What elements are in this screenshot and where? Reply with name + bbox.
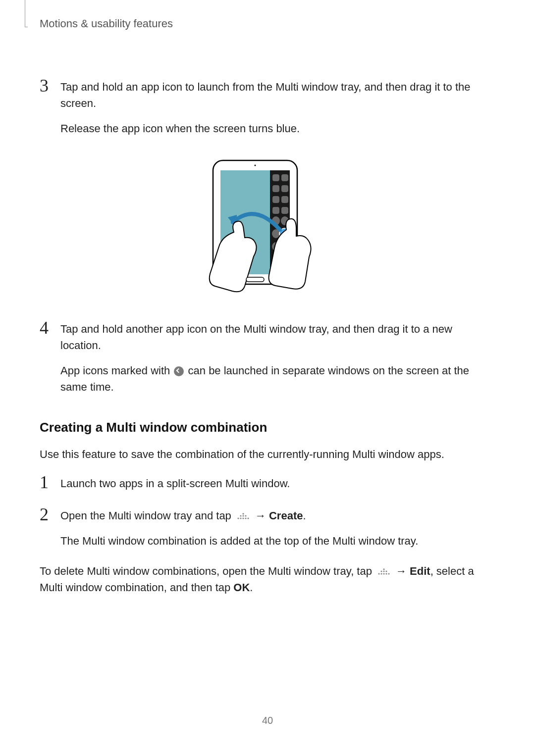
svg-point-23 [240, 515, 241, 517]
create-label: Create [269, 509, 303, 522]
section-intro: Use this feature to save the combination… [40, 446, 495, 462]
svg-point-37 [385, 571, 387, 572]
svg-rect-11 [281, 207, 288, 214]
step-body: Open the Multi window tray and tap →Crea… [60, 505, 495, 558]
step-3: 3 Tap and hold an app icon to launch fro… [40, 77, 495, 146]
arrow-icon: → [396, 565, 407, 577]
svg-point-27 [245, 518, 246, 519]
svg-point-34 [383, 571, 384, 572]
svg-point-32 [380, 571, 382, 572]
header-title: Motions & usability features [40, 17, 495, 30]
page-number: 40 [0, 715, 535, 726]
text-fragment: . [250, 581, 253, 594]
svg-point-22 [240, 518, 241, 519]
svg-point-35 [383, 568, 384, 570]
step-body: Tap and hold another app icon on the Mul… [60, 319, 495, 404]
tray-dots-icon [236, 513, 250, 520]
svg-rect-7 [281, 185, 288, 192]
ok-label: OK [233, 581, 250, 594]
text-fragment: To delete Multi window combinations, ope… [40, 565, 375, 577]
svg-point-25 [242, 515, 244, 517]
svg-point-1 [255, 165, 256, 166]
arrow-icon: → [255, 509, 266, 522]
svg-point-31 [380, 573, 382, 575]
step-4-para2: App icons marked with can be launched in… [60, 362, 495, 395]
header-corner-mark [25, 0, 28, 27]
section-heading: Creating a Multi window combination [40, 420, 495, 435]
svg-rect-5 [281, 174, 288, 181]
step-4: 4 Tap and hold another app icon on the M… [40, 319, 495, 404]
edit-label: Edit [410, 565, 430, 577]
step-c1: 1 Launch two apps in a split-screen Mult… [40, 473, 495, 501]
svg-point-29 [247, 518, 249, 519]
step-body: Launch two apps in a split-screen Multi … [60, 473, 495, 501]
svg-rect-4 [272, 174, 279, 181]
step-number: 1 [40, 473, 60, 491]
svg-rect-6 [272, 185, 279, 192]
svg-point-38 [388, 573, 389, 575]
step-number: 3 [40, 77, 60, 95]
text-fragment: . [303, 509, 306, 522]
step-c2-text: Open the Multi window tray and tap →Crea… [60, 507, 495, 524]
step-3-para2: Release the app icon when the screen tur… [60, 120, 495, 137]
step-body: Tap and hold an app icon to launch from … [60, 77, 495, 146]
step-number: 4 [40, 319, 60, 337]
svg-point-26 [242, 513, 244, 514]
svg-point-30 [378, 573, 379, 575]
svg-rect-8 [272, 196, 279, 203]
svg-rect-9 [281, 196, 288, 203]
step-number: 2 [40, 505, 60, 523]
svg-point-36 [385, 573, 387, 575]
drag-illustration [40, 155, 495, 294]
svg-point-24 [242, 518, 244, 519]
step-c2: 2 Open the Multi window tray and tap →Cr… [40, 505, 495, 558]
svg-rect-10 [272, 207, 279, 214]
text-fragment: App icons marked with [60, 364, 173, 377]
step-c2-para2: The Multi window combination is added at… [60, 533, 495, 549]
text-fragment: Open the Multi window tray and tap [60, 509, 234, 522]
svg-point-21 [237, 518, 239, 519]
step-3-para1: Tap and hold an app icon to launch from … [60, 79, 495, 111]
svg-point-28 [245, 515, 246, 517]
separate-window-icon [174, 366, 184, 376]
delete-combination-text: To delete Multi window combinations, ope… [40, 563, 495, 596]
step-4-para1: Tap and hold another app icon on the Mul… [60, 321, 495, 353]
step-c1-text: Launch two apps in a split-screen Multi … [60, 475, 495, 492]
page-header: Motions & usability features [40, 17, 495, 47]
svg-rect-20 [246, 277, 264, 282]
svg-point-33 [383, 573, 384, 575]
tray-dots-icon [377, 568, 391, 575]
